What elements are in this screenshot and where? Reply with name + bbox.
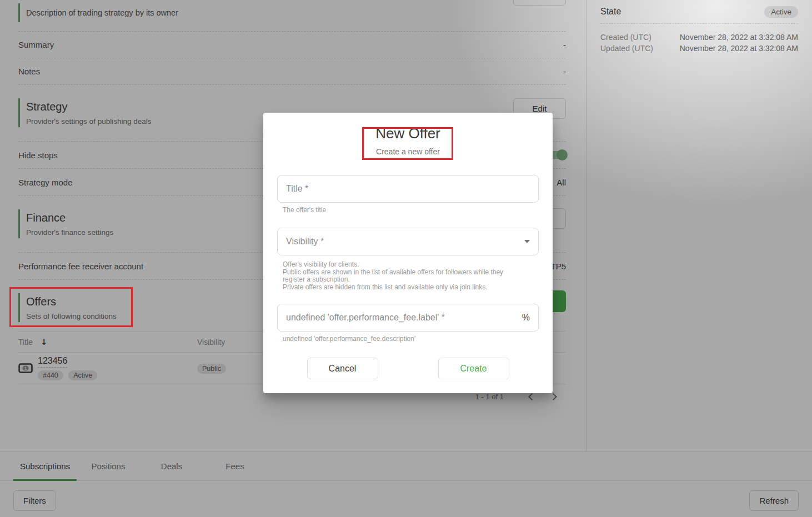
visibility-select-label: Visibility * xyxy=(286,237,324,247)
performance-fee-input[interactable] xyxy=(286,313,518,323)
create-button[interactable]: Create xyxy=(438,358,509,379)
dialog-title: New Offer xyxy=(277,125,539,142)
dialog-subtitle: Create a new offer xyxy=(277,147,539,157)
cancel-button[interactable]: Cancel xyxy=(307,358,378,379)
title-helper: The offer's title xyxy=(283,207,539,214)
visibility-helper-line: Public offers are shown in the list of a… xyxy=(283,269,516,284)
title-field xyxy=(277,175,539,203)
visibility-helper-line: Private offers are hidden from this list… xyxy=(283,284,516,292)
new-offer-dialog: New Offer Create a new offer The offer's… xyxy=(263,113,553,393)
performance-fee-helper: undefined 'offer.performance_fee.descrip… xyxy=(283,335,539,343)
visibility-select[interactable]: Visibility * xyxy=(277,228,539,255)
title-input[interactable] xyxy=(286,184,530,194)
visibility-helper: Offer's visibility for clients. Public o… xyxy=(283,261,516,292)
percent-suffix: % xyxy=(522,313,530,323)
dropdown-arrow-icon xyxy=(524,240,530,243)
performance-fee-field: % xyxy=(277,304,539,332)
app-screen: Description of trading strategy by its o… xyxy=(0,0,812,517)
visibility-helper-line: Offer's visibility for clients. xyxy=(283,261,516,269)
dialog-actions: Cancel Create xyxy=(277,358,539,379)
